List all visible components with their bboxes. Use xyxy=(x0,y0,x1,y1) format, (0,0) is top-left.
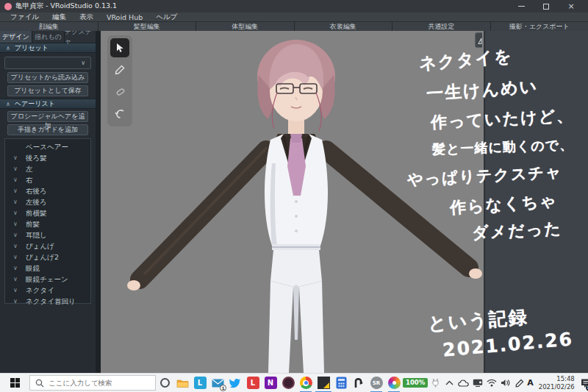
mirror-view-button[interactable] xyxy=(475,32,482,48)
hair-group-label: 前横髪 xyxy=(26,207,47,218)
chevron-down-icon: ∨ xyxy=(5,152,26,163)
action-center-button[interactable]: 12 xyxy=(580,374,588,392)
preset-load-button[interactable]: プリセットから読み込み xyxy=(7,72,88,83)
hair-item-base[interactable]: ベースヘアー xyxy=(5,141,90,152)
minimize-button[interactable] xyxy=(509,0,534,13)
app-chrome[interactable] xyxy=(297,374,315,392)
app-onenote[interactable]: N xyxy=(262,374,279,392)
add-drawn-guide-button[interactable]: 手描きガイドを追加 xyxy=(7,124,88,135)
tab-face-edit[interactable]: 顔編集 xyxy=(0,22,98,31)
windows-logo-icon xyxy=(10,378,20,388)
chevron-down-icon: ∨ xyxy=(5,285,26,296)
wifi-icon xyxy=(487,379,497,387)
tab-outfit-edit[interactable]: 衣装編集 xyxy=(295,22,393,31)
volume-tray-icon[interactable] xyxy=(499,374,512,392)
left-sidebar: デザイン 揺れもの テクスチャ ∧ プリセット ∨ プリセットから読み込み プリ… xyxy=(0,31,96,373)
chevron-down-icon: ∨ xyxy=(5,185,26,196)
preset-save-button[interactable]: プリセットとして保存 xyxy=(7,85,88,96)
hair-group-row[interactable]: ∨ぴょんげ2 xyxy=(5,252,90,263)
hair-group-row[interactable]: ∨ネクタイ xyxy=(5,285,90,296)
hair-group-row[interactable]: ∨右後ろ xyxy=(5,185,90,196)
menu-vroid-hub[interactable]: VRoid Hub xyxy=(107,13,143,21)
taskbar-search[interactable] xyxy=(29,375,156,391)
eraser-tool-button[interactable] xyxy=(110,82,129,101)
hair-group-label: 右後ろ xyxy=(26,185,47,196)
tab-body-edit[interactable]: 体型編集 xyxy=(196,22,295,31)
sidebar-tab-design[interactable]: デザイン xyxy=(0,31,32,43)
chevron-down-icon: ∨ xyxy=(5,163,26,174)
ime-mode-indicator[interactable]: A xyxy=(527,378,534,388)
sidebar-tabs: デザイン 揺れもの テクスチャ xyxy=(0,31,96,43)
hair-group-label: 前髪 xyxy=(26,218,40,229)
app-mail[interactable]: 1 xyxy=(209,374,226,392)
taskbar-clock[interactable]: 15:48 2021/02/26 xyxy=(535,375,578,391)
onedrive-tray-icon[interactable] xyxy=(457,374,470,392)
network-tray-icon[interactable] xyxy=(485,374,498,392)
search-icon xyxy=(35,379,44,388)
close-button[interactable]: × xyxy=(559,0,584,13)
app-sr[interactable]: SR xyxy=(368,374,385,392)
tab-photo-export[interactable]: 撮影・エクスポート xyxy=(491,22,588,31)
hair-group-row[interactable]: ∨眼鏡 xyxy=(5,263,90,274)
hair-list: ベースヘアー ∨後ろ髪 ∨左 ∨右 ∨右後ろ ∨左後ろ ∨前横髪 ∨前髪 ∨耳隠… xyxy=(4,138,91,304)
hidden-icons-button[interactable] xyxy=(443,374,456,392)
preset-section-title: プリセット xyxy=(15,43,49,53)
app-letter: SR xyxy=(370,377,383,389)
app-dark-square[interactable] xyxy=(315,374,332,392)
app-icon xyxy=(4,3,12,10)
hair-group-label: 左後ろ xyxy=(26,196,47,207)
battery-indicator[interactable]: 100% xyxy=(403,378,428,388)
pen-tool-button[interactable] xyxy=(110,60,129,79)
hair-group-row[interactable]: ∨ネクタイ首回り xyxy=(5,296,90,307)
hair-group-row[interactable]: ∨左 xyxy=(5,163,90,174)
hair-group-row[interactable]: ∨前横髪 xyxy=(5,207,90,218)
collapse-caret-icon: ∧ xyxy=(6,101,10,107)
stylus-tray-icon[interactable] xyxy=(513,374,526,392)
chrome-icon xyxy=(300,377,312,389)
app-line-blue[interactable]: L xyxy=(191,374,209,392)
cortana-button[interactable] xyxy=(156,374,173,392)
hair-group-row[interactable]: ∨後ろ髪 xyxy=(5,152,90,163)
chevron-down-icon: ∨ xyxy=(5,218,26,229)
menu-edit[interactable]: 編集 xyxy=(52,13,66,22)
viewport-3d[interactable] xyxy=(101,31,482,373)
menu-help[interactable]: ヘルプ xyxy=(156,13,177,22)
sidebar-tab-bounce[interactable]: 揺れもの xyxy=(32,31,65,43)
app-photos[interactable] xyxy=(385,374,403,392)
hair-group-row[interactable]: ∨ぴょんげ xyxy=(5,240,90,252)
hair-group-row[interactable]: ∨左後ろ xyxy=(5,196,90,207)
tab-hair-edit[interactable]: 髪型編集 xyxy=(98,22,197,31)
tab-common-settings[interactable]: 共通設定 xyxy=(392,22,491,31)
hairlist-section-header[interactable]: ∧ ヘアーリスト xyxy=(0,99,96,109)
maximize-button[interactable] xyxy=(534,0,559,13)
pen-icon xyxy=(115,65,125,75)
sidebar-scrollbar[interactable] xyxy=(96,31,101,373)
menu-file[interactable]: ファイル xyxy=(10,13,39,22)
chevron-down-icon: ∨ xyxy=(5,207,26,218)
search-input[interactable] xyxy=(49,379,144,387)
hair-group-label: 左 xyxy=(26,163,33,174)
sidebar-tab-texture[interactable]: テクスチャ xyxy=(65,31,96,43)
hairlist-section-title: ヘアーリスト xyxy=(15,99,55,109)
app-calculator[interactable] xyxy=(332,374,350,392)
menu-view[interactable]: 表示 xyxy=(79,13,93,22)
hair-group-row[interactable]: ∨右 xyxy=(5,174,90,185)
app-dark-circle[interactable] xyxy=(279,374,297,392)
start-button[interactable] xyxy=(0,374,29,392)
character-render xyxy=(101,31,482,373)
select-tool-button[interactable] xyxy=(110,38,129,57)
file-explorer-button[interactable] xyxy=(173,374,191,392)
app-twitter[interactable] xyxy=(226,374,244,392)
main-area: デザイン 揺れもの テクスチャ ∧ プリセット ∨ プリセットから読み込み プリ… xyxy=(0,31,588,373)
undo-tool-button[interactable] xyxy=(110,104,129,124)
display-tray-icon[interactable] xyxy=(471,374,484,392)
app-line-red[interactable]: L xyxy=(244,374,262,392)
add-procedural-hair-button[interactable]: プロシージャルヘアを追加 xyxy=(7,111,88,122)
mail-badge: 1 xyxy=(220,385,226,391)
chevron-down-icon: ∨ xyxy=(5,229,26,240)
preset-dropdown[interactable]: ∨ xyxy=(4,57,91,69)
app-pen-hook[interactable] xyxy=(350,374,368,392)
hair-group-row[interactable]: ∨耳隠し xyxy=(5,229,90,240)
hair-group-row[interactable]: ∨前髪 xyxy=(5,218,90,229)
hair-group-row[interactable]: ∨眼鏡チェーン xyxy=(5,274,90,285)
